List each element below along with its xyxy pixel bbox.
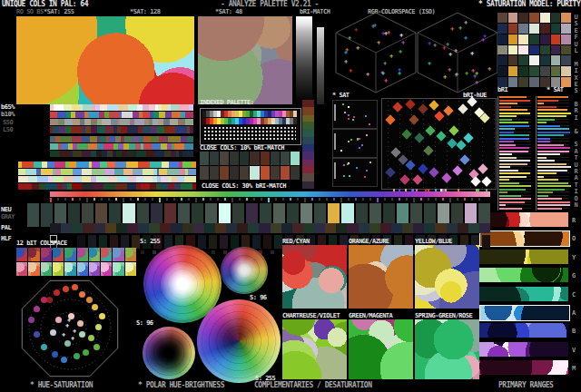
hue-tick [348, 198, 350, 201]
sat-bar [537, 144, 564, 146]
stripe-segment [185, 112, 193, 118]
complementaries-footer[interactable]: COMPLEMENTARIES / DESATURATION [254, 382, 372, 389]
bri-bar [499, 163, 527, 165]
polar-point [55, 317, 62, 323]
comp-title-yellow-blue: YELLOW/BLUE [415, 239, 452, 245]
cube-marker: + [399, 33, 403, 38]
primary-range-letter: Y [572, 254, 576, 261]
stripe-segment [165, 112, 172, 118]
hue-tick [137, 198, 139, 201]
stripe-segment [77, 143, 89, 150]
polar-footer[interactable]: * POLAR HUE-BRIGHTNESS [138, 382, 224, 389]
sat-bar [537, 109, 567, 111]
bri-bar [499, 185, 531, 187]
hue-tick [217, 198, 219, 201]
stripe-row [18, 183, 196, 190]
close-cols-10-row1 [200, 152, 300, 165]
hue-tick [94, 198, 95, 201]
stripe-segment [91, 119, 97, 125]
hue-saturation-footer[interactable]: * HUE-SATURATION [30, 382, 93, 389]
sat-bar [537, 201, 570, 203]
sat-128-label[interactable]: *SAT: 128 [130, 9, 160, 15]
comp-panel-chartreuse-violet [282, 319, 347, 379]
stripe-segment [192, 162, 196, 168]
colspace12-thumb [125, 262, 136, 276]
stripe-segment [185, 119, 193, 125]
useful-mix-swatch [551, 55, 561, 65]
neu-label: NEU [1, 207, 11, 213]
stripe-segment [123, 169, 133, 175]
comp-panel-green-magenta [349, 319, 413, 379]
mini-swatch [271, 250, 274, 254]
wheel3-label: S: 96 [136, 320, 153, 327]
palette-swatch [293, 111, 297, 117]
stripe-segment [174, 143, 184, 150]
hue-tick [115, 198, 117, 201]
sat-255-label[interactable]: *SAT: 255 [44, 9, 74, 15]
polar-point [79, 291, 85, 298]
l50-label: L50 [3, 127, 13, 133]
cube-marker: + [373, 23, 377, 28]
useful-mix-swatch [518, 24, 528, 34]
pal-swatch [160, 223, 171, 233]
bri-bar [499, 100, 530, 102]
stripe-segment [124, 136, 132, 142]
stripe-segment [54, 176, 64, 182]
stripe-segment [188, 169, 196, 175]
stripe-segment [138, 162, 150, 168]
pal-swatch [402, 223, 413, 233]
ro-so-bs-label: RO SO BS [16, 9, 44, 15]
pal-swatch [72, 223, 83, 233]
pal-swatch [424, 223, 435, 233]
bri-bar [499, 204, 506, 206]
bri-bar [499, 176, 527, 178]
sat-dot [348, 106, 350, 108]
sat-dot [342, 103, 344, 105]
neutral-swatch-top [246, 203, 258, 219]
stripe-segment [105, 126, 113, 133]
polar-point [52, 351, 58, 358]
stripe-segment [190, 126, 193, 133]
stripe-segment [64, 104, 72, 111]
close-cols-30-label: CLOSE COLS: 30% bRI-MATCH [202, 183, 286, 190]
pal-swatch [105, 223, 116, 233]
bri-saturation-vertical-label: B R I & S A T U R A T I O N [572, 102, 580, 210]
pal-swatch [303, 223, 314, 233]
saturation-model-label[interactable]: * SATURATION MODEL: PURITY [478, 1, 580, 8]
hue-tick [478, 198, 480, 201]
palette-swatch [261, 166, 270, 180]
stripe-segment [102, 119, 111, 125]
stripe-segment [41, 169, 53, 175]
cube-marker: + [389, 54, 393, 59]
polar-wheel-s96-top [221, 247, 268, 294]
sat-bar [537, 191, 553, 193]
useful-mix-swatch [540, 24, 550, 34]
hue-tick [471, 198, 473, 201]
stripe-segment [18, 169, 25, 175]
neutral-swatch-top [397, 203, 409, 219]
cube-marker: + [475, 80, 478, 85]
pal-swatch [50, 223, 61, 233]
sat-48-label[interactable]: *SAT: 48 [215, 9, 242, 15]
polar-point [61, 357, 67, 363]
sat-bar [537, 122, 547, 123]
hue-tick [297, 198, 299, 201]
palette-swatch [210, 152, 219, 165]
sat-dot [348, 141, 350, 142]
bri-bar [499, 182, 519, 184]
primary-ranges-footer[interactable]: PRIMARY RANGES [498, 382, 553, 389]
cube-marker: + [464, 20, 468, 25]
bri-bar [499, 115, 517, 117]
sat-dot [353, 116, 355, 118]
neutral-swatch-top [341, 203, 353, 219]
sat-bar [537, 160, 555, 162]
neutral-swatch-top [369, 203, 381, 219]
pal-swatch [237, 223, 248, 233]
useful-mixes-vertical-label: U S E F U L M I X E S [572, 15, 580, 95]
hlf-bar [121, 235, 129, 249]
primary-range-letter: M [572, 365, 576, 372]
stripe-segment [111, 119, 118, 125]
useful-mix-swatch [518, 55, 528, 65]
sat-bar [537, 176, 544, 178]
bri-bar [499, 198, 531, 200]
